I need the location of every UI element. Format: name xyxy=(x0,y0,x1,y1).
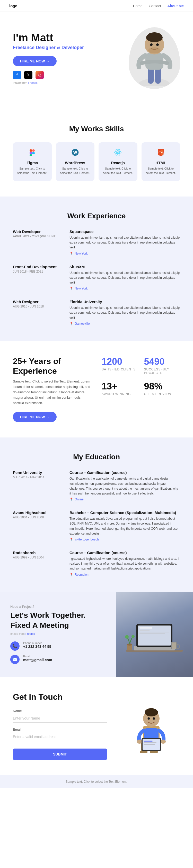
stat-label-2: AWARD WINNING xyxy=(102,392,138,396)
svg-rect-11 xyxy=(32,149,35,152)
wordpress-icon: W xyxy=(60,149,90,158)
hero-heading: I'm Matt xyxy=(13,32,84,44)
nav-contact[interactable]: Contact xyxy=(149,4,161,8)
svg-point-7 xyxy=(150,43,153,46)
skill-figma-desc: Sample text. Click to select the Text El… xyxy=(17,166,48,175)
skill-wordpress: W WordPress Sample text. Click to select… xyxy=(56,142,95,181)
work-location-1: 📍 New York xyxy=(70,287,180,290)
edu-course-1: Bachelor – Computer Science (Specializat… xyxy=(70,510,180,515)
edu-location-1: 📍 's-Hertogenbosch xyxy=(70,538,180,541)
name-input[interactable] xyxy=(13,714,107,723)
stats-right: 1200 SATISFIED CLIENTS 5490 SUCCESSFULY … xyxy=(102,356,180,396)
svg-point-57 xyxy=(153,717,155,719)
work-date-0: APRIL 2021 - 2023 (PRESENT) xyxy=(13,235,64,238)
svg-rect-43 xyxy=(150,751,158,753)
svg-point-8 xyxy=(156,43,159,46)
edu-right-0: Course – Gamification (course) Gamificat… xyxy=(70,470,180,501)
work-entry-2: Web Designer AUG 2016 - JUN 2018 Florida… xyxy=(13,300,180,326)
contact-banner-right xyxy=(116,592,193,677)
email-icon: ✉️ xyxy=(10,655,20,664)
name-label: Name xyxy=(13,709,107,713)
stat-3: 98% CLIENT REVIEW xyxy=(144,381,181,396)
work-location-2: 📍 Gainesville xyxy=(70,322,180,326)
skill-react-name: Reactjs xyxy=(103,160,133,165)
svg-rect-34 xyxy=(172,643,176,649)
stat-num-1: 5490 xyxy=(144,356,181,367)
skill-react-desc: Sample text. Click to select the Text El… xyxy=(103,166,133,175)
touch-section: Get in Touch Name Email SUBMIT xyxy=(0,677,193,775)
phone-icon: 📞 xyxy=(10,642,20,651)
work-jobtitle-1: Front-End Development xyxy=(13,265,64,269)
skill-html: HTML HTML Sample text. Click to select t… xyxy=(141,142,181,181)
skills-title: My Works Skills xyxy=(13,125,180,133)
location-icon-0: 📍 xyxy=(70,252,73,255)
email-input[interactable] xyxy=(13,733,107,741)
location-icon-1: 📍 xyxy=(70,287,73,290)
stats-heading: 25+ Years of Experience xyxy=(13,356,91,376)
nav-logo: logo xyxy=(9,4,18,8)
svg-point-0 xyxy=(139,79,170,86)
hire-me-button[interactable]: HIRE ME NOW → xyxy=(13,56,57,66)
edu-desc-0: Gamification is the application of game … xyxy=(70,476,180,496)
freepik-link[interactable]: Freepik xyxy=(28,81,37,84)
work-left-1: Front-End Development JUN 2018 - FEB 202… xyxy=(13,265,64,290)
nav-home[interactable]: Home xyxy=(133,4,143,8)
contact-info-items: 📞 Phone number +1 232 343 44 55 ✉️ Email… xyxy=(10,642,106,664)
work-company-1: SitusXM xyxy=(70,265,180,269)
svg-point-47 xyxy=(161,740,166,744)
facebook-icon[interactable]: f xyxy=(13,71,21,79)
svg-point-21 xyxy=(117,152,119,153)
stats-hire-button[interactable]: HIRE ME NOW → xyxy=(13,412,57,422)
laptop-illustration xyxy=(123,609,185,660)
skill-wordpress-name: WordPress xyxy=(60,160,90,165)
react-icon xyxy=(103,149,133,158)
skill-figma: Figma Sample text. Click to select the T… xyxy=(13,142,52,181)
email-label: Email xyxy=(23,655,52,658)
svg-rect-12 xyxy=(30,152,32,154)
skills-grid: Figma Sample text. Click to select the T… xyxy=(13,142,180,181)
contact-banner-caption: Image from Freepik xyxy=(10,632,106,635)
work-right-2: Florida University Ut enim ad minim veni… xyxy=(70,300,180,326)
navbar: logo Home Contact About Me xyxy=(0,0,193,12)
contact-freepik-link[interactable]: Freepik xyxy=(26,632,35,635)
svg-text:W: W xyxy=(73,150,77,155)
work-title: Work Experience xyxy=(13,212,180,220)
edu-school-1: Avans Highschool xyxy=(13,510,64,515)
contact-email-text: Email matt@gmail.com xyxy=(23,655,52,662)
name-form-group: Name xyxy=(13,709,107,723)
figma-icon xyxy=(17,149,48,158)
edu-course-0: Course – Gamification (course) xyxy=(70,470,180,475)
nav-about[interactable]: About Me xyxy=(167,4,184,8)
work-left-2: Web Designer AUG 2016 - JUN 2018 xyxy=(13,300,64,326)
hero-section: I'm Matt Freelance Designer & Developer … xyxy=(0,12,193,99)
skills-section: My Works Skills Figma Sample text. Click… xyxy=(0,110,193,196)
phone-value: +1 232 343 44 55 xyxy=(23,645,51,649)
svg-rect-51 xyxy=(144,742,157,743)
work-jobtitle-0: Web Developer xyxy=(13,229,64,234)
edu-desc-1: The education was mainly Java-based prog… xyxy=(70,516,180,536)
svg-point-55 xyxy=(146,708,157,714)
edu-course-2: Course – Gamification (course) xyxy=(70,551,180,555)
footer-text: Sample text. Click to select the Text El… xyxy=(65,780,128,783)
work-entry-0: Web Developer APRIL 2021 - 2023 (PRESENT… xyxy=(13,229,180,255)
stat-label-0: SATISFIED CLIENTS xyxy=(102,368,138,371)
work-company-0: Squarespace xyxy=(70,229,180,234)
edu-location-2: 📍 Rosmalen xyxy=(70,573,180,577)
instagram-icon[interactable]: ◎ xyxy=(35,71,44,79)
edu-left-2: Rodenborch AUG 1999 - JUN 2004 xyxy=(13,551,64,577)
svg-rect-29 xyxy=(139,627,152,628)
skill-html-name: HTML xyxy=(146,160,176,165)
email-form-group: Email xyxy=(13,727,107,741)
twitter-icon[interactable]: 𝕏 xyxy=(24,71,32,79)
svg-point-6 xyxy=(147,32,162,39)
touch-right xyxy=(117,692,180,756)
edu-right-1: Bachelor – Computer Science (Specializat… xyxy=(70,510,180,541)
stat-2: 13+ AWARD WINNING xyxy=(102,381,138,396)
submit-button[interactable]: SUBMIT xyxy=(13,749,107,760)
edu-school-2: Rodenborch xyxy=(13,551,64,555)
email-form-label: Email xyxy=(13,727,107,731)
hero-text: I'm Matt Freelance Designer & Developer … xyxy=(13,32,84,84)
edu-date-1: AUG 2004 - JUN 2008 xyxy=(13,516,64,519)
edu-desc-2: I graduated highschool, where I enjoyed … xyxy=(70,556,180,571)
stat-num-2: 13+ xyxy=(102,381,138,392)
